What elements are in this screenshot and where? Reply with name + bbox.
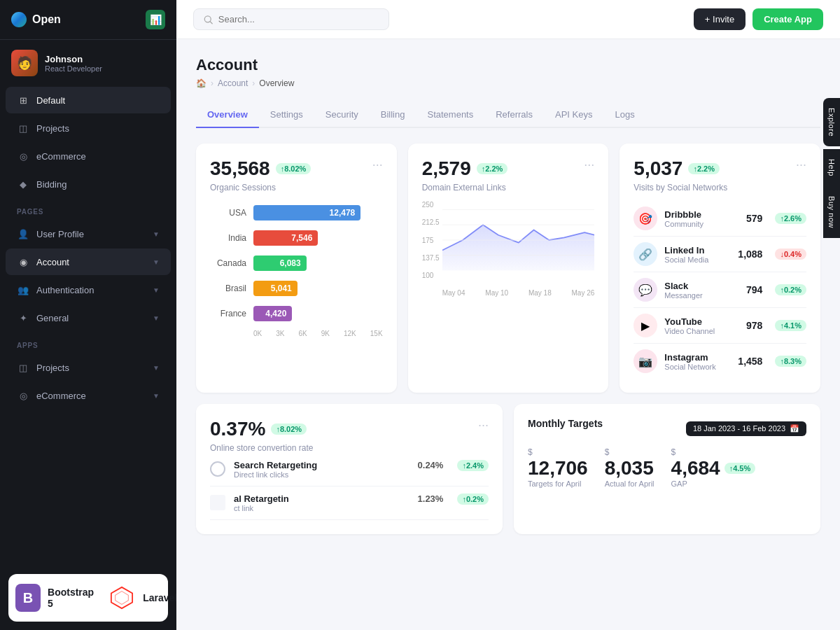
retargeting-circle-icon: [210, 461, 225, 477]
conversion-card: 0.37% ↑8.02% Online store convertion rat…: [196, 404, 503, 534]
dribbble-icon: 🎯: [634, 206, 657, 230]
gap-value: 4,684: [671, 457, 720, 479]
instagram-badge: ↑8.3%: [775, 356, 806, 367]
sidebar-item-user-profile[interactable]: 👤 User Profile ▼: [6, 220, 171, 247]
tab-logs[interactable]: Logs: [603, 102, 645, 128]
general-icon: ✦: [17, 312, 29, 324]
svg-marker-0: [111, 587, 132, 608]
topbar: + Invite Create App: [176, 0, 840, 39]
sidebar-item-general[interactable]: ✦ General ▼: [6, 304, 171, 331]
breadcrumb-account[interactable]: Account: [218, 78, 248, 88]
bootstrap-label: Bootstrap 5: [48, 587, 97, 609]
buy-now-button[interactable]: Buy now: [823, 186, 840, 238]
slack-icon: 💬: [634, 278, 657, 302]
card-organic-sessions: 35,568 ↑8.02% Organic Sessions ··· USA12…: [196, 144, 397, 393]
targets-april: $ 12,706 Targets for April: [528, 447, 588, 488]
social-item-instagram: 📷 Instagram Social Network 1,458 ↑8.3%: [634, 344, 806, 379]
create-app-button[interactable]: Create App: [752, 8, 823, 30]
search-box[interactable]: [193, 8, 389, 30]
laravel-icon: [108, 584, 136, 612]
tab-security[interactable]: Security: [314, 102, 370, 128]
chart-icon[interactable]: 📊: [146, 10, 165, 29]
user-icon: 👤: [17, 227, 29, 240]
svg-marker-1: [115, 592, 129, 605]
retargeting-item-1: al Retargetin ct link 1.23% ↑0.2%: [210, 486, 489, 520]
side-panel: Explore Help Buy now: [823, 98, 840, 238]
conversion-badge: ↑8.02%: [271, 424, 307, 435]
pages-section-label: PAGES: [0, 198, 176, 220]
bootstrap-icon: B: [15, 584, 41, 612]
explore-button[interactable]: Explore: [823, 98, 840, 146]
sidebar-item-bidding[interactable]: ◆ Bidding: [6, 171, 171, 197]
ecommerce-icon: ◎: [17, 150, 29, 162]
social-item-dribbble: 🎯 Dribbble Community 579 ↑2.6%: [634, 201, 806, 237]
sidebar-item-ecommerce-app[interactable]: ◎ eCommerce ▼: [6, 382, 171, 409]
apps-section-label: APPS: [0, 332, 176, 354]
monthly-targets-card: Monthly Targets 18 Jan 2023 - 16 Feb 202…: [514, 404, 820, 534]
line-chart: 250 212.5 175 137.5 100: [422, 198, 595, 297]
tab-settings[interactable]: Settings: [259, 102, 314, 128]
more-options-icon[interactable]: ···: [478, 418, 489, 433]
sidebar-expandable-general: ✦ General ▼: [0, 304, 176, 332]
social-list: 🎯 Dribbble Community 579 ↑2.6% 🔗 Linked …: [634, 201, 806, 379]
actual-label: Actual for April: [605, 479, 654, 488]
help-button[interactable]: Help: [823, 149, 840, 186]
metric-badge: ↑8.02%: [276, 163, 312, 174]
social-item-linkedin: 🔗 Linked In Social Media 1,088 ↓0.4%: [634, 237, 806, 272]
breadcrumb: 🏠 › Account › Overview: [196, 78, 820, 88]
bootstrap-section: B Bootstrap 5: [15, 584, 97, 612]
bar-usa: 12,478: [253, 205, 360, 220]
slack-badge: ↑0.2%: [775, 284, 806, 295]
bar-india: 7,546: [253, 230, 318, 246]
retargeting-badge-0: ↑2.4%: [457, 460, 489, 471]
sidebar-item-authentication[interactable]: 👥 Authentication ▼: [6, 276, 171, 303]
instagram-icon: 📷: [634, 349, 657, 373]
search-input[interactable]: [218, 14, 379, 24]
tab-statements[interactable]: Statements: [416, 102, 484, 128]
metric-value: 5,037: [634, 158, 682, 180]
sidebar-item-label: eCommerce: [36, 391, 86, 401]
monthly-targets-title: Monthly Targets: [528, 418, 603, 429]
gap-badge: ↑4.5%: [724, 463, 756, 474]
more-options-icon[interactable]: ···: [584, 158, 594, 172]
tab-referrals[interactable]: Referrals: [484, 102, 544, 128]
retargeting-item-0: Search Retargeting Direct link clicks 0.…: [210, 453, 489, 486]
app-title: Open: [32, 13, 61, 26]
chevron-down-icon: ▼: [153, 258, 160, 266]
sidebar-item-account[interactable]: ◉ Account ▼: [6, 248, 171, 275]
metric-value: 35,568: [210, 158, 270, 180]
bar-france: 4,420: [253, 306, 292, 321]
sidebar-item-projects-app[interactable]: ◫ Projects ▼: [6, 354, 171, 381]
date-range-badge: 18 Jan 2023 - 16 Feb 2023 📅: [686, 421, 806, 436]
metric-label: Visits by Social Networks: [634, 183, 727, 192]
more-options-icon[interactable]: ···: [796, 158, 806, 172]
calendar-icon: 📅: [790, 424, 799, 433]
search-icon: [204, 15, 213, 24]
sidebar-expandable-account: ◉ Account ▼: [0, 248, 176, 276]
projects-icon: ◫: [17, 122, 29, 134]
sidebar-item-label: Authentication: [36, 285, 94, 295]
tab-billing[interactable]: Billing: [370, 102, 416, 128]
user-role: React Developer: [45, 64, 102, 73]
retargeting-badge-1: ↑0.2%: [457, 493, 489, 505]
sidebar-item-default[interactable]: ⊞ Default: [6, 87, 171, 113]
bar-chart: USA12,478 India7,546 Canada6,083 Brasil5…: [210, 204, 383, 337]
sidebar-item-label: Bidding: [36, 179, 66, 190]
sidebar-expandable-authentication: 👥 Authentication ▼: [0, 276, 176, 304]
chevron-down-icon: ▼: [153, 392, 160, 400]
more-options-icon[interactable]: ···: [372, 158, 383, 172]
monthly-nums: $ 12,706 Targets for April $ 8,035 Actua…: [528, 447, 806, 488]
youtube-badge: ↑4.1%: [775, 320, 806, 331]
breadcrumb-current: Overview: [259, 78, 294, 88]
sidebar-item-projects[interactable]: ◫ Projects: [6, 115, 171, 141]
tabs: Overview Settings Security Billing State…: [196, 102, 820, 128]
social-item-slack: 💬 Slack Messanger 794 ↑0.2%: [634, 272, 806, 308]
sidebar-item-ecommerce[interactable]: ◎ eCommerce: [6, 143, 171, 169]
tab-api-keys[interactable]: API Keys: [544, 102, 603, 128]
invite-button[interactable]: + Invite: [694, 8, 746, 30]
bottom-row: 0.37% ↑8.02% Online store convertion rat…: [196, 404, 820, 534]
linkedin-icon: 🔗: [634, 242, 657, 266]
grid-icon: ⊞: [17, 94, 29, 106]
tab-overview[interactable]: Overview: [196, 102, 259, 128]
youtube-icon: ▶: [634, 314, 657, 337]
